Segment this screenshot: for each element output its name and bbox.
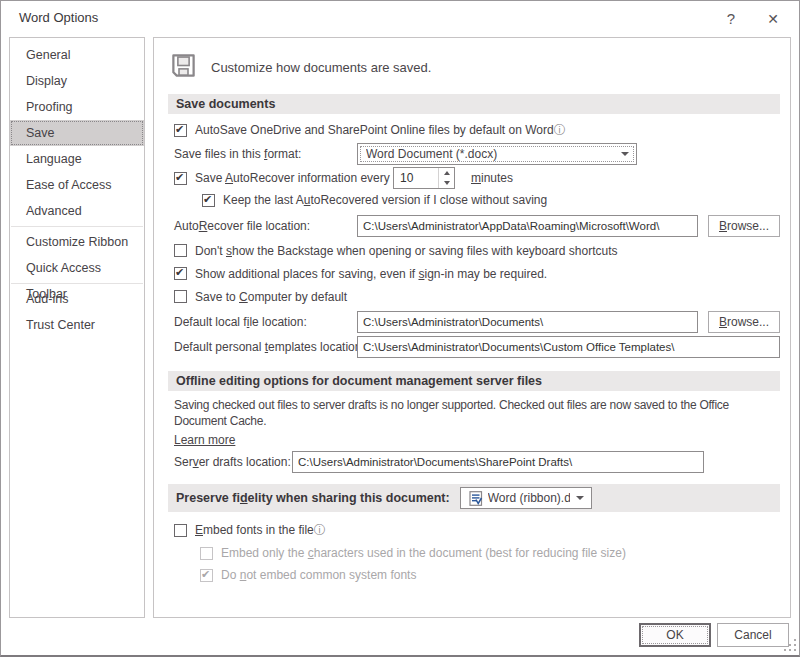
autosave-label[interactable]: AutoSave OneDrive and SharePoint Online … [195,123,554,137]
sidebar: General Display Proofing Save Language E… [9,37,145,618]
sidebar-item-add-ins[interactable]: Add-ins [10,286,144,312]
embed-chars-row: Embed only the characters used in the do… [194,543,780,563]
ok-button[interactable]: OK [639,623,711,647]
embed-fonts-label[interactable]: Embed fonts in the file [195,523,314,537]
autosave-checkbox[interactable] [174,124,187,137]
additional-places-row: Show additional places for saving, even … [168,263,780,284]
additional-places-label[interactable]: Show additional places for saving, even … [195,267,547,281]
offline-editing-description: Saving checked out files to server draft… [174,397,780,429]
sidebar-item-advanced[interactable]: Advanced [10,198,144,224]
no-common-fonts-row: Do not embed common system fonts [194,565,780,585]
save-format-row: Save files in this format: Word Document… [168,142,780,166]
help-icon[interactable]: ? [715,7,747,31]
fidelity-document-value: Word (ribbon).docx [488,491,570,505]
additional-places-checkbox[interactable] [174,267,187,280]
offline-editing-heading: Offline editing options for document man… [168,371,780,391]
save-documents-heading: Save documents [168,94,780,114]
autorecover-interval-row: Save AutoRecover information every minut… [168,166,780,190]
close-icon[interactable]: ✕ [757,7,789,31]
autorecover-minutes-stepper[interactable] [393,167,455,189]
sidebar-item-trust-center[interactable]: Trust Center [10,312,144,338]
default-templates-row: Default personal templates location: [168,335,780,359]
embed-fonts-checkbox[interactable] [174,524,187,537]
info-icon[interactable]: ⓘ [554,122,566,139]
sidebar-item-language[interactable]: Language [10,146,144,172]
preserve-fidelity-heading-bar: Preserve fidelity when sharing this docu… [168,484,780,512]
sidebar-item-proofing[interactable]: Proofing [10,94,144,120]
stepper-up-icon[interactable] [439,168,454,178]
default-templates-input[interactable] [357,336,780,358]
cancel-button[interactable]: Cancel [717,623,789,647]
default-templates-label: Default personal templates location: [174,340,357,354]
page-header: Customize how documents are saved. [170,50,780,84]
sidebar-item-save[interactable]: Save [10,120,144,146]
no-common-fonts-checkbox [200,569,213,582]
default-local-row: Default local file location: Browse... [168,310,780,334]
save-to-computer-checkbox[interactable] [174,290,187,303]
sidebar-divider [11,226,143,227]
autorecover-checkbox[interactable] [174,172,187,185]
no-common-fonts-label: Do not embed common system fonts [221,568,416,582]
backstage-checkbox[interactable] [174,244,187,257]
floppy-disk-icon [170,52,197,82]
autorecover-minutes-input[interactable] [394,168,438,188]
main-panel: Customize how documents are saved. Save … [153,37,791,618]
autosave-row: AutoSave OneDrive and SharePoint Online … [168,120,780,140]
info-icon[interactable]: ⓘ [314,522,326,539]
autorecover-location-row: AutoRecover file location: Browse... [168,214,780,238]
sidebar-item-quick-access-toolbar[interactable]: Quick Access Toolbar [10,255,144,281]
sidebar-item-customize-ribbon[interactable]: Customize Ribbon [10,229,144,255]
resize-grip-icon[interactable] [784,639,797,652]
sidebar-item-general[interactable]: General [10,42,144,68]
default-local-label: Default local file location: [174,315,357,329]
keep-last-row: Keep the last AutoRecovered version if I… [196,190,780,210]
sidebar-item-display[interactable]: Display [10,68,144,94]
default-local-input[interactable] [357,311,698,333]
save-to-computer-row: Save to Computer by default [168,286,780,307]
sidebar-item-ease-of-access[interactable]: Ease of Access [10,172,144,198]
keep-last-label[interactable]: Keep the last AutoRecovered version if I… [223,193,547,207]
server-drafts-label: Server drafts location: [174,455,292,469]
backstage-row: Don't show the Backstage when opening or… [168,240,780,261]
embed-chars-label: Embed only the characters used in the do… [221,546,626,560]
page-title: Customize how documents are saved. [211,60,431,75]
preserve-fidelity-heading: Preserve fidelity when sharing this docu… [176,491,450,505]
minutes-label: minutes [471,171,513,185]
server-drafts-input[interactable] [292,451,704,473]
server-drafts-row: Server drafts location: [168,450,780,474]
save-format-label: Save files in this format: [174,147,357,161]
chevron-down-icon [576,496,584,500]
save-format-value: Word Document (*.docx) [366,147,615,161]
save-format-dropdown[interactable]: Word Document (*.docx) [357,143,637,165]
autorecover-label[interactable]: Save AutoRecover information every [195,171,385,185]
fidelity-document-dropdown[interactable]: Word (ribbon).docx [460,487,592,509]
autorecover-location-input[interactable] [357,215,698,237]
autorecover-browse-button[interactable]: Browse... [708,215,780,237]
save-to-computer-label[interactable]: Save to Computer by default [195,290,347,304]
backstage-label[interactable]: Don't show the Backstage when opening or… [195,244,618,258]
learn-more-link[interactable]: Learn more [174,433,235,447]
stepper-down-icon[interactable] [439,178,454,188]
chevron-down-icon [621,152,629,156]
embed-fonts-row: Embed fonts in the file ⓘ [168,520,780,540]
embed-chars-checkbox [200,547,213,560]
default-local-browse-button[interactable]: Browse... [708,311,780,333]
autorecover-location-label: AutoRecover file location: [174,219,357,233]
dialog-title: Word Options [19,10,98,25]
word-options-dialog: Word Options ? ✕ General Display Proofin… [0,0,800,657]
word-document-icon [469,491,483,506]
keep-last-checkbox[interactable] [202,194,215,207]
title-bar: Word Options ? ✕ [1,1,799,35]
